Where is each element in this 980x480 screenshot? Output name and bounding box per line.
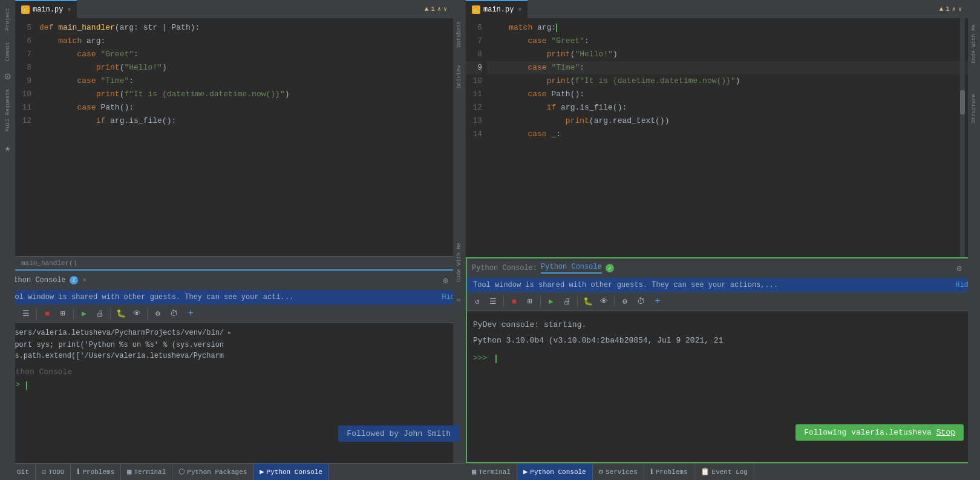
status-terminal[interactable]: ▦ Terminal — [121, 464, 172, 481]
console-cmd1: import sys; print('Python %s on %s' % (s… — [6, 340, 459, 350]
right-tool-build-btn[interactable]: ⊞ — [523, 295, 537, 308]
tool-stop-btn[interactable]: ■ — [41, 307, 54, 320]
right-tool-eye-btn[interactable]: 👁 — [597, 295, 610, 308]
stop-following-btn[interactable]: Stop — [936, 428, 955, 437]
tool-settings2-btn[interactable]: ⚙ — [151, 307, 165, 320]
warn-count: 1 — [431, 5, 435, 13]
left-code-content[interactable]: def main_handler(arg: str | Path): match… — [36, 18, 465, 256]
sidebar-item-pull-requests[interactable]: Pull Requests — [3, 84, 13, 136]
right-tool-add-btn[interactable]: + — [651, 295, 664, 308]
status-services[interactable]: ⚙ Services — [593, 464, 644, 481]
right-console-prefix: Python Console: — [472, 264, 537, 272]
left-editor-tab-main[interactable]: 🐍 main.py × — [15, 0, 77, 18]
status-python-console-right[interactable]: ▶ Python Console — [517, 464, 593, 481]
following-text: Following valeria.letusheva — [804, 428, 932, 437]
left-console-settings-icon[interactable]: ⚙ — [443, 275, 448, 286]
pydev-output-2: Python 3.10.0b4 (v3.10.0b4:2ba4b20854, J… — [473, 334, 973, 347]
tool-print-btn[interactable]: 🖨 — [93, 307, 106, 320]
warn-icon: ▲ — [425, 5, 429, 13]
followed-text: Followed by John Smith — [347, 429, 451, 438]
left-right-sidebar: Database SciView — [453, 18, 465, 256]
toolbar-separator-2 — [73, 308, 74, 319]
right-line-numbers: 6 7 8 9 10 11 12 13 14 — [466, 18, 487, 257]
right-tool-history-btn[interactable]: ⏱ — [634, 295, 647, 308]
todo-label: TODO — [48, 468, 64, 476]
right-tool-run-btn[interactable]: ▶ — [544, 295, 558, 308]
main-area: Project Commit ⊙ Pull Requests ★ 🐍 main.… — [0, 0, 980, 480]
tool-eye-btn[interactable]: 👁 — [130, 307, 143, 320]
left-console-panel: Python Console i × ⚙ — Tool window is sh… — [0, 269, 465, 463]
right-console-toolbar: ↺ ☰ ■ ⊞ ▶ 🖨 🐛 👁 ⚙ ⏱ + — [467, 292, 979, 311]
console-input-line[interactable]: >>> — [6, 379, 459, 390]
right-separator-3 — [577, 296, 578, 307]
left-warn-indicator: ▲ 1 ∧ ∨ — [425, 5, 447, 13]
right-tool-stop-btn[interactable]: ■ — [508, 295, 521, 308]
problems-icon: ℹ — [77, 467, 80, 476]
right-prompt-area[interactable]: >>> — [473, 352, 973, 363]
right-tool-debug-btn[interactable]: 🐛 — [581, 295, 595, 308]
left-pane: Project Commit ⊙ Pull Requests ★ 🐍 main.… — [0, 0, 466, 480]
tool-run-btn[interactable]: ▶ — [77, 307, 91, 320]
sidebar-icon-favorites[interactable]: ★ — [5, 142, 11, 154]
right-editor-scrollbar[interactable] — [960, 18, 965, 257]
status-todo[interactable]: ☑ TODO — [36, 464, 71, 481]
right-code-content[interactable]: match arg: case "Greet": print("Hello!")… — [487, 18, 980, 257]
sidebar-item-sciview[interactable]: SciView — [456, 65, 462, 88]
sidebar-item-project[interactable]: Project — [3, 3, 13, 36]
left-console-toolbar: ↺ ☰ ■ ⊞ ▶ 🖨 🐛 👁 ⚙ ⏱ + — [0, 304, 465, 323]
right-console-title[interactable]: Python Console — [541, 263, 602, 274]
right-console-settings-icon[interactable]: ⚙ — [956, 263, 961, 274]
right-console-prompt: >>> — [473, 353, 487, 363]
right-tool-print-btn[interactable]: 🖨 — [560, 295, 573, 308]
left-line-numbers: 5 6 7 8 9 10 11 12 — [15, 18, 36, 256]
sidebar-item-structure-right[interactable]: Structure — [971, 94, 977, 123]
status-python-console-left[interactable]: ▶ Python Console — [253, 464, 329, 481]
tool-format-btn[interactable]: ☰ — [19, 307, 33, 320]
right-editor-area: 6 7 8 9 10 11 12 13 14 match arg: case "… — [466, 18, 980, 257]
todo-icon: ☑ — [42, 467, 46, 476]
console-expand-icon[interactable]: ▸ — [227, 328, 232, 337]
right-pane: 🐍 main.py × ▲ 1 ∧ ∨ 6 7 8 9 10 11 — [466, 0, 980, 480]
right-nav-down-icon[interactable]: ∨ — [958, 5, 962, 13]
status-python-packages[interactable]: ⬡ Python Packages — [172, 464, 253, 481]
right-console-body[interactable]: PyDev console: starting. Python 3.10.0b4… — [467, 311, 979, 462]
left-tab-close-icon[interactable]: × — [67, 7, 71, 13]
left-console-path: /Users/valeria.letusheva/PycharmProjects… — [6, 328, 459, 337]
right-console-header: Python Console: Python Console ✓ ⚙ — — [467, 258, 979, 278]
left-console-body[interactable]: /Users/valeria.letusheva/PycharmProjects… — [0, 323, 465, 463]
tool-history-btn[interactable]: ⏱ — [167, 307, 180, 320]
status-problems-right[interactable]: ℹ Problems — [644, 464, 694, 481]
status-event-log[interactable]: 📋 Event Log — [694, 464, 754, 481]
services-label: Services — [606, 468, 638, 476]
status-terminal-right[interactable]: ▦ Terminal — [466, 464, 517, 481]
nav-up-icon[interactable]: ∧ — [437, 5, 441, 13]
right-warn-icon: ▲ — [939, 5, 944, 13]
status-problems[interactable]: ℹ Problems — [71, 464, 121, 481]
right-tool-settings2-btn[interactable]: ⚙ — [618, 295, 632, 308]
toolbar-separator-4 — [147, 308, 148, 319]
sidebar-item-commit[interactable]: Commit — [3, 37, 13, 66]
right-tool-reload-btn[interactable]: ↺ — [471, 295, 484, 308]
sidebar-item-database[interactable]: Database — [456, 21, 462, 47]
tool-build-btn[interactable]: ⊞ — [56, 307, 70, 320]
packages-label: Python Packages — [187, 468, 247, 476]
right-nav-up-icon[interactable]: ∧ — [952, 5, 956, 13]
console-prompt-label-area: Python Console >>> — [6, 367, 459, 390]
console-label-right: Python Console — [530, 468, 586, 476]
problems-icon-right: ℹ — [650, 467, 653, 476]
tool-add-btn[interactable]: + — [184, 307, 197, 320]
right-editor-scrollbar-thumb — [960, 90, 965, 114]
right-editor-tab-main[interactable]: 🐍 main.py × — [466, 0, 528, 18]
sidebar-icon-vcs[interactable]: ⊙ — [4, 70, 11, 83]
terminal-icon: ▦ — [127, 467, 131, 476]
left-console-cursor — [26, 381, 27, 390]
left-console-close-btn[interactable]: × — [83, 277, 87, 284]
following-notification: Following valeria.letusheva Stop — [795, 424, 964, 441]
nav-down-icon[interactable]: ∨ — [443, 5, 447, 13]
right-tool-format-btn[interactable]: ☰ — [486, 295, 500, 308]
tool-debug-btn[interactable]: 🐛 — [114, 307, 128, 320]
sidebar-item-codewithme-right[interactable]: Code With Me — [971, 24, 977, 64]
left-console-header: Python Console i × ⚙ — — [0, 271, 465, 290]
right-tab-close-icon[interactable]: × — [518, 7, 521, 13]
sidebar-item-codewithme-left[interactable]: Code With Me — [456, 243, 462, 282]
